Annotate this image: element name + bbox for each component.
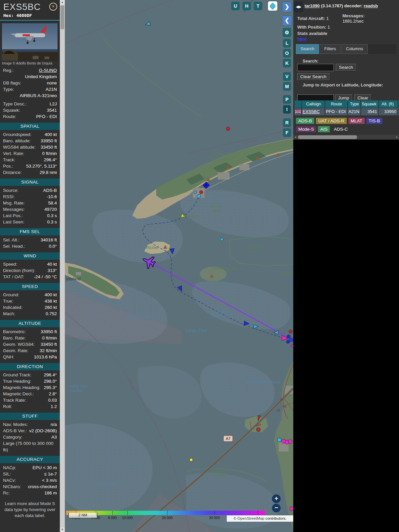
close-icon[interactable]: × (49, 3, 57, 11)
section-header: DIRECTION (0, 363, 60, 370)
data-label: RSSI: (3, 194, 15, 200)
source-badge[interactable]: TIS-B (366, 118, 383, 124)
osm-link[interactable]: © OpenStreetMap (233, 516, 264, 520)
map-button-u[interactable]: U (231, 2, 239, 10)
water-label: Vlakte Van (68, 384, 87, 389)
beacon-dot[interactable] (256, 428, 260, 432)
registration-link[interactable]: G-SUNO (39, 68, 57, 73)
source-badge[interactable]: Mode-S (296, 126, 316, 132)
ship-dot[interactable] (290, 507, 293, 511)
data-label: Nav. Modes: (3, 421, 28, 428)
data-label: True Heading: (3, 378, 31, 384)
source-badge[interactable]: ADS-C (332, 126, 350, 132)
col-squawk[interactable]: Squawk (361, 100, 379, 108)
place-label: Windpark (210, 469, 227, 473)
scroll-right-icon[interactable]: ► (395, 135, 399, 140)
map[interactable]: Fryslân Duinen Terschelling Groote Plaat… (65, 0, 293, 532)
source-badge[interactable]: UAT / ADS-R (316, 118, 346, 124)
map-button-r[interactable]: R (283, 119, 291, 127)
readsb-link[interactable]: readsb (364, 3, 378, 8)
ship-dot[interactable] (220, 238, 223, 241)
type-row: Type:A21N (0, 86, 60, 92)
table-horizontal-scrollbar[interactable]: ◄ ► (293, 135, 399, 140)
place-label: Richel (146, 245, 158, 250)
panel-expand-icon[interactable]: ❯ (282, 2, 292, 12)
map-button-m[interactable]: M (283, 82, 291, 90)
row-callsign-link[interactable]: EXS5BC (303, 109, 320, 114)
source-badge[interactable]: MLAT (348, 118, 365, 124)
map-attribution[interactable]: © OpenStreetMap contributors. (227, 515, 293, 522)
map-button-p[interactable]: P (283, 95, 291, 103)
sidebar-scrollbar[interactable]: ▲ ▼ (60, 0, 65, 532)
dbflags-row: DB flags:none (0, 80, 60, 86)
map-button-v[interactable]: V (283, 72, 291, 80)
map-button-t[interactable]: T (254, 2, 262, 10)
section-accuracy: ACCURACY NACp:EPU < 30 mSIL:≤ 1e-7NACv:<… (0, 456, 60, 496)
typefull-row: AIRBUS A-321neo (0, 92, 60, 99)
ship-dot[interactable] (194, 191, 197, 194)
scrollbar-thumb[interactable] (61, 5, 64, 29)
ship-dot[interactable] (190, 458, 193, 462)
data-value: < 3 m/s (17, 477, 57, 483)
water-label: Waardgronden (125, 314, 154, 319)
ship-dot[interactable] (277, 438, 281, 442)
ship-dot[interactable] (226, 127, 230, 131)
clear-search-button[interactable]: Clear Search (297, 73, 330, 80)
layers-button[interactable] (268, 1, 277, 11)
source-badge[interactable]: AIS (318, 126, 330, 132)
col-alt[interactable]: Alt. (ft) (379, 100, 398, 108)
data-row: Nav. Modes:n/a (0, 421, 60, 428)
section-header: ACCURACY (0, 456, 60, 463)
zoom-in-button[interactable]: + (272, 494, 281, 503)
map-button-o[interactable]: O (283, 49, 291, 57)
data-row: Geom. Rate:32 ft/min (0, 347, 60, 354)
source-badge[interactable]: ADS-B (296, 118, 314, 124)
data-label: Magnetic Heading: (3, 384, 41, 391)
col-callsign[interactable]: Callsign (302, 100, 325, 108)
map-button-h[interactable]: H (243, 2, 251, 10)
panel-collapse-icon[interactable]: ❮ (282, 16, 292, 26)
ship-dot[interactable] (200, 191, 203, 194)
tab-filters[interactable]: Filters (320, 44, 340, 54)
panel-toggle-icon[interactable]: ◀▶ (294, 1, 303, 12)
zoom-out-button[interactable]: − (272, 504, 281, 512)
map-button-i[interactable]: I (283, 105, 291, 113)
tab-search[interactable]: Search (296, 44, 319, 54)
map-button-f[interactable]: F (283, 129, 291, 137)
data-label: NICbaro: (3, 483, 21, 490)
table-row[interactable]: EXS5BC PFO - EDI A21N 3541 33950 (295, 108, 399, 115)
water-label: Lutjeswaard (96, 481, 117, 486)
ship-dot[interactable] (288, 440, 292, 444)
search-input[interactable] (297, 64, 334, 71)
data-value: 438 kt (15, 298, 57, 304)
data-label: Ground Track: (3, 372, 32, 378)
data-label: Groundspeed: (3, 131, 32, 138)
map-scale: 2 NM (68, 513, 97, 518)
data-label: Msg. Rate: (3, 200, 25, 206)
flag-column-header[interactable] (295, 100, 302, 108)
ship-dot[interactable] (287, 335, 290, 338)
gear-icon[interactable]: ⚙ (283, 28, 291, 37)
scroll-left-icon[interactable]: ◄ (293, 135, 297, 140)
squawk-row: Squawk:3541 (0, 107, 60, 113)
search-button[interactable]: Search (336, 64, 356, 71)
ship-dot[interactable] (197, 195, 201, 198)
data-label: Mach: (3, 311, 15, 317)
section-header: FMS SEL (0, 228, 60, 235)
ship-dot[interactable] (286, 340, 290, 343)
map-button-l[interactable]: L (283, 39, 291, 47)
stats-here-link[interactable]: here (297, 36, 306, 41)
map-button-k[interactable]: K (283, 59, 291, 67)
tab-columns[interactable]: Columns (341, 44, 368, 54)
aircraft-photo[interactable] (2, 23, 58, 61)
scroll-down-icon[interactable]: ▼ (60, 527, 65, 532)
ship-dot[interactable] (289, 330, 292, 333)
tar1090-link[interactable]: tar1090 (305, 3, 320, 8)
col-type[interactable]: Type (348, 100, 361, 108)
scroll-up-icon[interactable]: ▲ (60, 0, 65, 5)
hscroll-thumb[interactable] (298, 135, 357, 139)
map-canvas[interactable]: Fryslân Duinen Terschelling Groote Plaat… (65, 0, 293, 532)
data-value: 0.0° (27, 243, 57, 249)
col-route[interactable]: Route (325, 100, 348, 108)
table-header-row: Callsign Route Type Squawk Alt. (ft) S (295, 100, 399, 108)
